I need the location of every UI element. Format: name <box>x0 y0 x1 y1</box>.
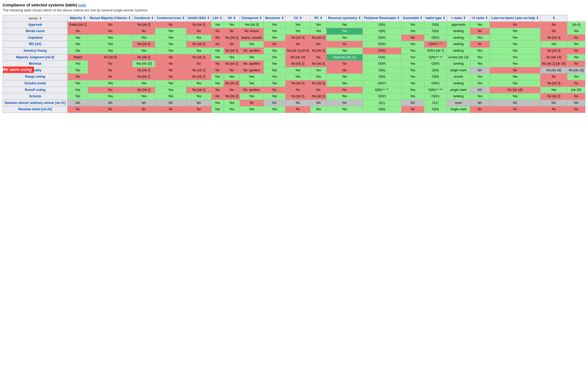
table-row: Kemeny-YoungYesYesYesYesYesYesNo [nb 2]N… <box>3 47 585 54</box>
table-cell: Yes <box>155 93 187 100</box>
table-cell: Yes <box>470 61 490 67</box>
table-cell: Yes <box>211 80 224 87</box>
table-cell: No: spoilers <box>240 67 263 74</box>
table-cell: No <box>88 67 133 74</box>
table-cell: Yes <box>310 28 326 35</box>
table-cell: Yes <box>401 93 424 100</box>
table-cell: NA [nb 16] <box>541 67 567 74</box>
table-cell: No [nb 2] <box>132 21 155 28</box>
table-cell: Yes <box>326 28 362 35</box>
table-cell: Yes <box>401 61 424 67</box>
row-label: Copeland <box>3 34 68 41</box>
table-cell: Yes <box>401 41 424 48</box>
table-cell: No <box>490 106 540 113</box>
table-cell: Yes <box>155 34 187 41</box>
eq-ranks-header[interactable]: = ranks ⇕ <box>447 15 470 22</box>
table-cell: NA <box>155 100 187 106</box>
mutual-majority-header[interactable]: Mutual Majority Criterion ⇕ <box>88 15 133 22</box>
table-cell: Yes <box>211 21 224 28</box>
table-cell: No [nb 2] <box>186 87 211 93</box>
table-cell: Yes <box>490 47 540 54</box>
table-cell: Yes <box>88 34 133 41</box>
table-cell: Yes <box>326 47 362 54</box>
table-cell: O(N!)⁽ⁿᵇ ⁵⁾ <box>424 41 447 48</box>
majority-header[interactable]: Majority ⇕ <box>67 15 88 22</box>
row-label: IRV (AV) <box>3 41 68 48</box>
condorcet-loser-header[interactable]: Condorcet loser ⇕ <box>155 15 187 22</box>
table-cell: O(N²) [nb 7] <box>424 47 447 54</box>
cc-header[interactable]: CC ⇕ <box>286 15 310 22</box>
table-cell: Yes <box>490 80 540 87</box>
table-cell: Yes <box>490 41 540 48</box>
table-cell: ranking <box>447 93 470 100</box>
reversal-header[interactable]: Reversal symmetry ⇕ <box>326 15 362 22</box>
edit-link[interactable]: [edit] <box>78 3 86 7</box>
table-cell: NA <box>263 100 286 106</box>
table-cell: Yes <box>286 67 310 74</box>
table-cell: No [nb 2] <box>132 74 155 80</box>
table-cell: No [nb 2] <box>224 93 240 100</box>
table-cell: No <box>211 28 224 35</box>
monotone-header[interactable]: Monotone ⇕ <box>263 15 286 22</box>
table-cell: Yes <box>326 80 362 87</box>
sort-by-header[interactable]: sort by: ⇕ <box>3 15 68 22</box>
table-cell: No <box>67 106 88 113</box>
liia-header[interactable]: LIIA ⇕ <box>211 15 224 22</box>
table-cell: No [nb 2] <box>310 93 326 100</box>
table-cell: No <box>88 87 133 93</box>
table-cell: No <box>490 21 540 28</box>
table-cell: No: spoilers <box>240 87 263 93</box>
table-cell: Yes <box>263 34 286 41</box>
table-cell: Yes <box>326 34 362 41</box>
table-cell: Yes <box>490 74 540 80</box>
table-cell: No <box>67 74 88 80</box>
table-cell: No [nb 2] <box>310 34 326 41</box>
table-cell: Yes <box>155 41 187 48</box>
table-cell: No [nb 2] <box>224 61 240 67</box>
condorcet-header[interactable]: Condorcet ⇕ <box>132 15 155 22</box>
cloneproof-header[interactable]: Cloneproof ⇕ <box>240 15 263 22</box>
table-cell: Yes <box>401 80 424 87</box>
table-cell: O(N²) <box>362 61 401 67</box>
table-cell: No [nb 2] <box>541 93 567 100</box>
table-cell: [nb 4] <box>567 21 585 28</box>
table-cell: Yes <box>132 80 155 87</box>
table-cell: No [nb 14] <box>541 54 567 61</box>
compliance-table: sort by: ⇕ Majority ⇕ Mutual Majority Cr… <box>3 15 585 113</box>
iia-header[interactable]: IIA ⇕ <box>224 15 240 22</box>
ballot-type-header[interactable]: ballot type ⇕ <box>424 15 447 22</box>
pc-header[interactable]: PC ⇕ <box>310 15 326 22</box>
table-cell: Yes <box>326 106 362 113</box>
gt2-ranks-header[interactable]: >2 ranks ⇕ <box>470 15 490 22</box>
callout-we-were-using: We were using <box>3 67 34 73</box>
table-cell: NA <box>88 100 133 106</box>
summable-header[interactable]: Summable ⇕ <box>401 15 424 22</box>
smith-isda-header[interactable]: Smith/ ISDA ⇕ <box>186 15 211 22</box>
table-cell: No <box>211 67 224 74</box>
table-cell: Yes <box>470 54 490 61</box>
table-cell: No <box>401 34 424 41</box>
row-label: Random winner/ arbitrary winner [nb 21] <box>3 100 68 106</box>
later-no-harm-header[interactable]: Later-no-harm/ Later-no-help ⇕ <box>490 15 540 22</box>
table-cell: No [nb 10] <box>286 54 310 61</box>
polytime-header[interactable]: Polytime/ Resolvable ⇕ <box>362 15 401 22</box>
table-cell: ranking <box>447 47 470 54</box>
extra-header[interactable]: ⇕ <box>541 15 567 22</box>
table-cell: No [nb 2] <box>186 67 211 74</box>
table-row: MinimaxYesNoYes [nb 15]NoNoNoNo [nb 2]No… <box>3 61 585 67</box>
table-cell: NA <box>132 100 155 106</box>
table-cell: Yes <box>88 47 133 54</box>
table-cell: Yes <box>401 47 424 54</box>
table-cell: No [nb 2] <box>186 74 211 80</box>
table-cell: Yes <box>286 21 310 28</box>
table-cell: No [nb 2] <box>286 34 310 41</box>
table-cell: NA <box>541 100 567 106</box>
row-label: Approval <box>3 21 68 28</box>
table-cell: Yes <box>401 54 424 61</box>
table-cell: No <box>263 87 286 93</box>
table-cell: Yes <box>470 34 490 41</box>
table-cell: Yes <box>211 47 224 54</box>
table-cell: No <box>88 106 133 113</box>
table-row: CopelandYesYesYesYesYesNoNo [nb 2]teams,… <box>3 34 585 41</box>
table-cell: Yes <box>263 80 286 87</box>
